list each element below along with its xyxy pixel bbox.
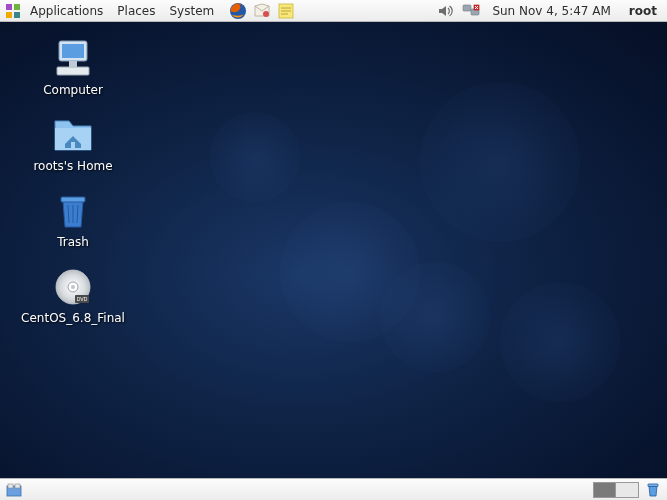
show-desktop-button[interactable]	[4, 481, 24, 499]
trash-applet-icon[interactable]	[643, 481, 663, 499]
panel-left: Applications Places System	[4, 1, 296, 21]
desktop-icon-home[interactable]: roots's Home	[18, 114, 128, 174]
quick-launch	[228, 1, 296, 21]
svg-rect-1	[14, 4, 20, 10]
svg-rect-19	[71, 142, 75, 148]
wallpaper-bokeh	[500, 282, 620, 402]
svg-rect-18	[69, 61, 77, 67]
desktop-icon-label: Computer	[40, 82, 106, 98]
places-menu[interactable]: Places	[111, 2, 161, 20]
desktop-icon-label: roots's Home	[30, 158, 115, 174]
desktop-icon-label: CentOS_6.8_Final	[18, 310, 128, 326]
volume-icon[interactable]	[436, 2, 454, 20]
svg-point-27	[71, 285, 75, 289]
svg-rect-2	[6, 12, 12, 18]
bottom-panel	[0, 478, 667, 500]
trash-icon	[49, 190, 97, 232]
clock[interactable]: Sun Nov 4, 5:47 AM	[488, 4, 614, 18]
svg-point-5	[263, 11, 269, 17]
system-menu[interactable]: System	[163, 2, 220, 20]
desktop[interactable]: Computer roots's Home Trash	[0, 22, 667, 478]
wallpaper-bokeh	[210, 112, 300, 202]
svg-rect-32	[15, 484, 20, 488]
svg-rect-3	[14, 12, 20, 18]
bottom-panel-right	[593, 481, 663, 499]
firefox-icon[interactable]	[228, 1, 248, 21]
wallpaper-bokeh	[420, 82, 580, 242]
svg-rect-20	[61, 197, 85, 202]
user-menu[interactable]: root	[623, 4, 663, 18]
svg-rect-31	[8, 484, 13, 488]
workspace-2[interactable]	[616, 483, 638, 497]
desktop-icon-trash[interactable]: Trash	[18, 190, 128, 250]
home-folder-icon	[49, 114, 97, 156]
svg-rect-33	[648, 484, 658, 487]
svg-text:DVD: DVD	[77, 296, 88, 302]
email-icon[interactable]	[252, 1, 272, 21]
desktop-icon-disc[interactable]: DVD CentOS_6.8_Final	[18, 266, 128, 326]
network-icon[interactable]	[462, 2, 480, 20]
desktop-icon-label: Trash	[54, 234, 92, 250]
desktop-icon-computer[interactable]: Computer	[18, 38, 128, 98]
top-panel: Applications Places System	[0, 0, 667, 22]
svg-rect-16	[62, 44, 84, 58]
wallpaper-bokeh	[380, 262, 490, 372]
applications-menu[interactable]: Applications	[24, 2, 109, 20]
svg-rect-0	[6, 4, 12, 10]
workspace-1[interactable]	[594, 483, 616, 497]
svg-rect-10	[463, 5, 471, 11]
distributor-logo-icon	[4, 2, 22, 20]
notes-icon[interactable]	[276, 1, 296, 21]
workspace-switcher	[593, 482, 639, 498]
panel-right: Sun Nov 4, 5:47 AM root	[436, 2, 663, 20]
computer-icon	[49, 38, 97, 80]
svg-rect-17	[57, 67, 89, 75]
disc-icon: DVD	[49, 266, 97, 308]
